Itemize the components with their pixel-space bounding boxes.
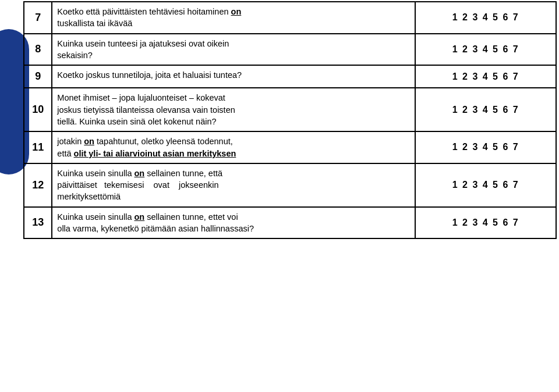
- table-row: 7Koetko että päivittäisten tehtäviesi ho…: [24, 2, 556, 34]
- table-row: 9Koetko joskus tunnetiloja, joita et hal…: [24, 65, 556, 88]
- question-text: Kuinka usein sinulla on sellainen tunne,…: [52, 207, 415, 239]
- questions-table: 7Koetko että päivittäisten tehtäviesi ho…: [23, 1, 557, 239]
- rating-scale: 1 2 3 4 5 6 7: [415, 131, 556, 163]
- page: 7Koetko että päivittäisten tehtäviesi ho…: [0, 0, 559, 392]
- row-number: 12: [24, 163, 52, 207]
- rating-scale: 1 2 3 4 5 6 7: [415, 34, 556, 66]
- question-text: Kuinka usein tunteesi ja ajatuksesi ovat…: [52, 34, 415, 66]
- table-row: 8Kuinka usein tunteesi ja ajatuksesi ova…: [24, 34, 556, 66]
- question-text: jotakin on tapahtunut, oletko yleensä to…: [52, 131, 415, 163]
- table-row: 11jotakin on tapahtunut, oletko yleensä …: [24, 131, 556, 163]
- rating-scale: 1 2 3 4 5 6 7: [415, 163, 556, 207]
- table-wrapper: 7Koetko että päivittäisten tehtäviesi ho…: [0, 0, 559, 240]
- row-number: 8: [24, 34, 52, 66]
- question-text: Koetko että päivittäisten tehtäviesi hoi…: [52, 2, 415, 34]
- rating-scale: 1 2 3 4 5 6 7: [415, 207, 556, 239]
- question-text: Monet ihmiset – jopa lujaluonteiset – ko…: [52, 88, 415, 131]
- row-number: 13: [24, 207, 52, 239]
- question-text: Kuinka usein sinulla on sellainen tunne,…: [52, 163, 415, 207]
- rating-scale: 1 2 3 4 5 6 7: [415, 88, 556, 131]
- row-number: 11: [24, 131, 52, 163]
- table-row: 12Kuinka usein sinulla on sellainen tunn…: [24, 163, 556, 207]
- row-number: 10: [24, 88, 52, 131]
- table-row: 10Monet ihmiset – jopa lujaluonteiset – …: [24, 88, 556, 131]
- row-number: 7: [24, 2, 52, 34]
- table-row: 13Kuinka usein sinulla on sellainen tunn…: [24, 207, 556, 239]
- rating-scale: 1 2 3 4 5 6 7: [415, 65, 556, 88]
- question-text: Koetko joskus tunnetiloja, joita et halu…: [52, 65, 415, 88]
- rating-scale: 1 2 3 4 5 6 7: [415, 2, 556, 34]
- row-number: 9: [24, 65, 52, 88]
